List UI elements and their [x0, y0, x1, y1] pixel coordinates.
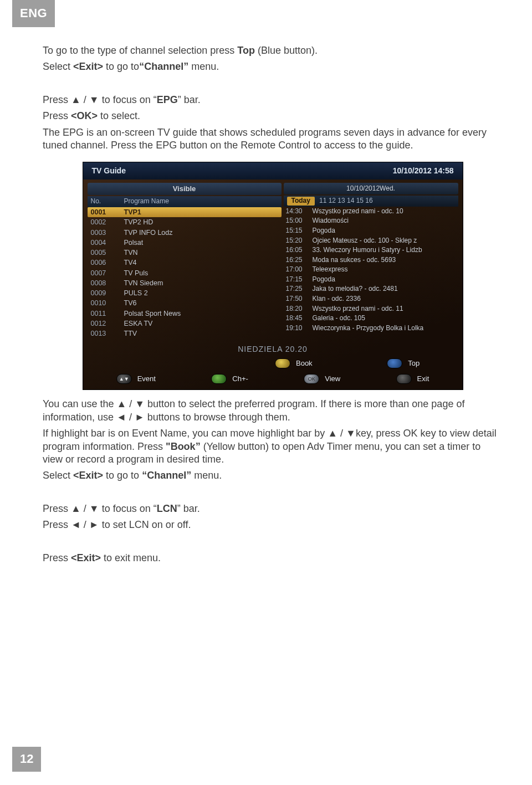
channel-row[interactable]: 0003TVP INFO Lodz	[88, 228, 282, 238]
event-row[interactable]: 17:15Pogoda	[284, 275, 458, 285]
event-title: Wszystko przed nami - odc. 10	[313, 207, 403, 216]
event-row[interactable]: 14:30Wszystko przed nami - odc. 10	[284, 207, 458, 217]
bold-epg: EPG	[157, 94, 178, 105]
event-row[interactable]: 16:0533. Wieczory Humoru i Satyry - Lidz…	[284, 245, 458, 255]
bold-exit: <Exit>	[71, 552, 101, 563]
channel-no: 0010	[91, 299, 124, 307]
para-use-arrows: You can use the ▲ / ▼ button to select t…	[43, 398, 503, 424]
event-row[interactable]: 17:00Teleexpress	[284, 265, 458, 275]
channel-row[interactable]: 0012ESKA TV	[88, 319, 282, 329]
event-row[interactable]: 16:25Moda na sukces - odc. 5693	[284, 255, 458, 265]
tv-channel-pane: Visible No. Program Name 0001TVP10002TVP…	[88, 179, 282, 339]
event-row[interactable]: 17:50Klan - odc. 2336	[284, 294, 458, 304]
event-time: 18:20	[286, 305, 308, 314]
event-time: 15:00	[286, 217, 308, 225]
para-exit-channel-2: Select <Exit> to go to “Channel” menu.	[43, 469, 503, 482]
today-chip[interactable]: Today	[287, 197, 315, 206]
btn-top[interactable]: Top	[387, 358, 420, 368]
ok-button-icon: OK	[304, 374, 319, 384]
tv-button-row-2: ▲▼Event Ch+- OKView Exit	[83, 374, 463, 389]
btn-book[interactable]: Book	[275, 358, 313, 368]
event-row[interactable]: 15:15Pogoda	[284, 226, 458, 236]
channel-row[interactable]: 0005TVN	[88, 248, 282, 258]
para-exit-channel-1: Select <Exit> to go to“Channel” menu.	[43, 60, 503, 73]
channel-columns: No. Program Name	[88, 196, 282, 207]
btn-ch[interactable]: Ch+-	[211, 374, 248, 384]
txt: to exit menu.	[101, 552, 161, 563]
exit-button-icon	[396, 374, 412, 384]
channel-no: 0007	[91, 269, 124, 278]
event-list[interactable]: 14:30Wszystko przed nami - odc. 1015:00W…	[284, 207, 458, 334]
channel-row[interactable]: 0009PULS 2	[88, 288, 282, 298]
language-tab: ENG	[12, 0, 55, 27]
event-row[interactable]: 17:25Jaka to melodia? - odc. 2481	[284, 284, 458, 294]
event-row[interactable]: 19:10Wieczorynka - Przygody Bolka i Lolk…	[284, 324, 458, 334]
bold-exit: <Exit>	[73, 61, 103, 72]
event-time: 16:25	[286, 256, 308, 265]
btn-event[interactable]: ▲▼Event	[116, 374, 156, 384]
btn-exit[interactable]: Exit	[396, 374, 429, 384]
channel-name: TVP1	[124, 208, 141, 217]
channel-row[interactable]: 0013TTV	[88, 329, 282, 338]
event-title: Jaka to melodia? - odc. 2481	[313, 285, 398, 294]
channel-row[interactable]: 0011Polsat Sport News	[88, 309, 282, 319]
event-row[interactable]: 15:00Wiadomości	[284, 216, 458, 226]
txt: Select	[43, 61, 73, 72]
txt: Press ▲ / ▼ to focus on “	[43, 503, 157, 514]
channel-list[interactable]: 0001TVP10002TVP2 HD0003TVP INFO Lodz0004…	[88, 207, 282, 338]
event-title: Moda na sukces - odc. 5693	[313, 256, 396, 265]
channel-no: 0011	[91, 309, 124, 318]
channel-row[interactable]: 0008TVN Siedem	[88, 278, 282, 288]
event-row[interactable]: 15:20Ojciec Mateusz - odc. 100 - Sklep z	[284, 236, 458, 246]
event-title: 33. Wieczory Humoru i Satyry - Lidzb	[313, 246, 422, 255]
event-title: Wiadomości	[313, 217, 349, 225]
event-time: 15:15	[286, 227, 308, 235]
label: View	[325, 374, 340, 384]
channel-row[interactable]: 0010TV6	[88, 298, 282, 308]
label: Top	[408, 359, 420, 368]
txt: ” bar.	[178, 94, 201, 105]
channel-row[interactable]: 0001TVP1	[88, 207, 282, 217]
event-title: Pogoda	[313, 227, 335, 235]
channel-row[interactable]: 0004Polsat	[88, 238, 282, 248]
event-row[interactable]: 18:45Galeria - odc. 105	[284, 314, 458, 324]
para-ok-select: Press <OK> to select.	[43, 110, 503, 122]
channel-no: 0003	[91, 228, 124, 237]
bold-lcn: LCN	[157, 503, 177, 514]
date-bar: 10/10/2012Wed.	[284, 183, 458, 195]
event-title: Klan - odc. 2336	[313, 295, 361, 304]
event-time: 17:00	[286, 265, 308, 274]
txt: (Blue button).	[255, 45, 318, 56]
channel-no: 0012	[91, 319, 124, 328]
txt: Press	[43, 552, 71, 563]
channel-name: TVP2 HD	[124, 218, 154, 227]
txt: Press ▲ / ▼ to focus on “	[43, 94, 157, 105]
txt: Select	[43, 470, 73, 481]
channel-row[interactable]: 0006TV4	[88, 258, 282, 268]
event-time: 18:45	[286, 314, 308, 323]
event-time: 17:25	[286, 285, 308, 294]
channel-no: 0013	[91, 329, 124, 338]
bold-ok: <OK>	[71, 110, 98, 121]
event-title: Ojciec Mateusz - odc. 100 - Sklep z	[313, 237, 417, 245]
background-caption: NIEDZIELA 20.20	[83, 342, 463, 355]
label: Book	[296, 359, 313, 368]
event-row[interactable]: 18:20Wszystko przed nami - odc. 11	[284, 304, 458, 314]
visible-header: Visible	[88, 183, 282, 196]
btn-view[interactable]: OKView	[304, 374, 340, 384]
day-numbers: 11 12 13 14 15 16	[319, 197, 373, 206]
day-bar[interactable]: Today 11 12 13 14 15 16	[284, 196, 458, 207]
channel-row[interactable]: 0002TVP2 HD	[88, 217, 282, 227]
yellow-button-icon	[275, 358, 290, 368]
txt: menu.	[188, 61, 219, 72]
tv-guide-screenshot: TV Guide 10/10/2012 14:58 Visible No. Pr…	[83, 162, 463, 390]
para-top-blue: To go to the type of channel selection p…	[43, 44, 503, 57]
para-lcn-focus: Press ▲ / ▼ to focus on “LCN” bar.	[43, 502, 503, 515]
txt: Press	[43, 110, 71, 121]
channel-no: 0006	[91, 258, 124, 267]
channel-row[interactable]: 0007TV Puls	[88, 268, 282, 278]
arrows-button-icon: ▲▼	[116, 374, 132, 384]
channel-no: 0001	[91, 208, 124, 217]
event-title: Pogoda	[313, 275, 335, 284]
tv-title: TV Guide	[92, 166, 126, 176]
